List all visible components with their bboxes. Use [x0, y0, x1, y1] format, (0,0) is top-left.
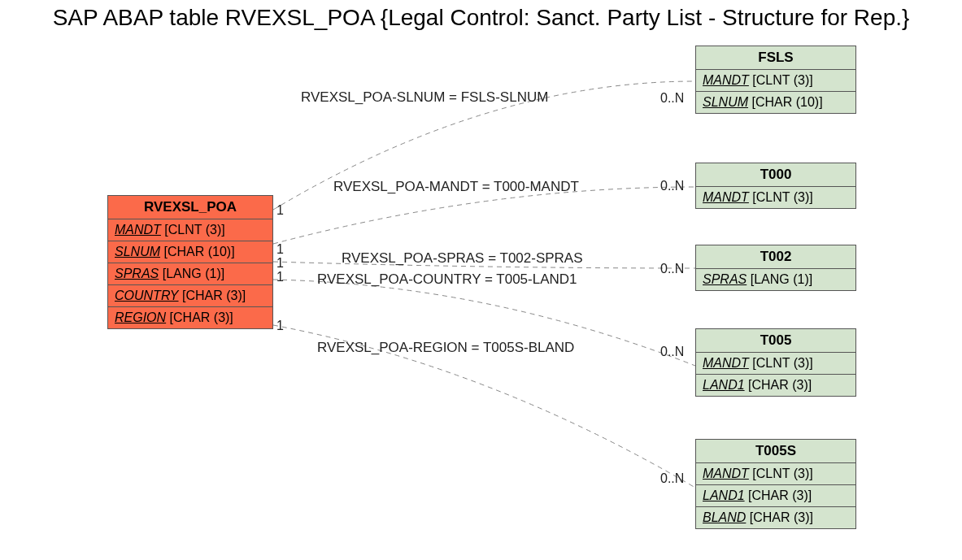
entity-field: SPRAS [LANG (1)]	[108, 263, 272, 285]
entity-field: LAND1 [CHAR (3)]	[696, 485, 855, 507]
cardinality-right: 0..N	[660, 345, 684, 359]
cardinality-right: 0..N	[660, 91, 684, 106]
entity-field: SLNUM [CHAR (10)]	[108, 241, 272, 263]
cardinality-left: 1	[276, 203, 284, 218]
relation-label: RVEXSL_POA-SLNUM = FSLS-SLNUM	[301, 89, 548, 106]
entity-header: RVEXSL_POA	[108, 196, 272, 219]
entity-field: SPRAS [LANG (1)]	[696, 269, 855, 290]
cardinality-left: 1	[276, 270, 284, 284]
entity-field: REGION [CHAR (3)]	[108, 307, 272, 328]
relation-label: RVEXSL_POA-REGION = T005S-BLAND	[317, 340, 574, 356]
cardinality-left: 1	[276, 242, 284, 257]
entity-field: MANDT [CLNT (3)]	[696, 353, 855, 375]
entity-field: MANDT [CLNT (3)]	[696, 463, 855, 485]
entity-field: MANDT [CLNT (3)]	[696, 187, 855, 208]
relation-label: RVEXSL_POA-SPRAS = T002-SPRAS	[342, 250, 583, 267]
entity-header: T000	[696, 163, 855, 187]
entity-header: T002	[696, 245, 855, 269]
entity-rvexsl-poa: RVEXSL_POA MANDT [CLNT (3)] SLNUM [CHAR …	[107, 195, 273, 329]
entity-t002: T002 SPRAS [LANG (1)]	[695, 245, 856, 291]
diagram-title: SAP ABAP table RVEXSL_POA {Legal Control…	[0, 5, 962, 31]
cardinality-left: 1	[276, 319, 284, 333]
entity-field: COUNTRY [CHAR (3)]	[108, 285, 272, 307]
entity-header: T005	[696, 329, 855, 353]
entity-field: SLNUM [CHAR (10)]	[696, 92, 855, 113]
entity-t000: T000 MANDT [CLNT (3)]	[695, 163, 856, 209]
cardinality-right: 0..N	[660, 262, 684, 276]
cardinality-right: 0..N	[660, 471, 684, 486]
entity-fsls: FSLS MANDT [CLNT (3)] SLNUM [CHAR (10)]	[695, 46, 856, 114]
entity-header: FSLS	[696, 46, 855, 70]
entity-t005s: T005S MANDT [CLNT (3)] LAND1 [CHAR (3)] …	[695, 439, 856, 529]
entity-field: MANDT [CLNT (3)]	[696, 70, 855, 92]
cardinality-left: 1	[276, 256, 284, 271]
entity-header: T005S	[696, 440, 855, 463]
cardinality-right: 0..N	[660, 179, 684, 193]
entity-field: LAND1 [CHAR (3)]	[696, 375, 855, 396]
entity-t005: T005 MANDT [CLNT (3)] LAND1 [CHAR (3)]	[695, 328, 856, 397]
entity-field: MANDT [CLNT (3)]	[108, 219, 272, 241]
relation-label: RVEXSL_POA-COUNTRY = T005-LAND1	[317, 271, 577, 288]
entity-field: BLAND [CHAR (3)]	[696, 507, 855, 528]
relation-label: RVEXSL_POA-MANDT = T000-MANDT	[333, 179, 579, 195]
